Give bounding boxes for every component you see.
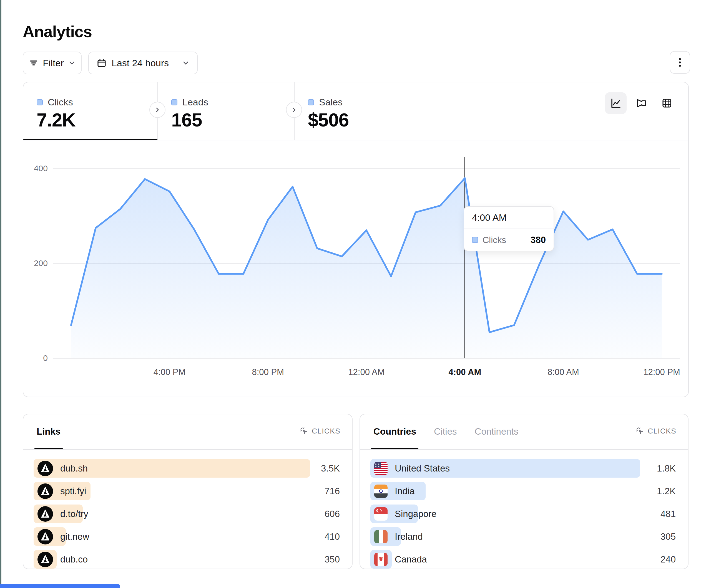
- tab-links[interactable]: Links: [37, 414, 61, 449]
- dub-logo-icon: [38, 483, 53, 499]
- chevron-right-icon: [154, 107, 160, 113]
- y-tick-label: 400: [28, 164, 48, 173]
- table-row[interactable]: Canada240: [370, 550, 677, 569]
- row-label: Ireland: [374, 527, 423, 546]
- funnel-icon: [635, 97, 648, 110]
- flag-in-icon: [374, 484, 388, 498]
- table-grid-icon: [661, 97, 673, 110]
- dub-logo-icon: [38, 506, 53, 522]
- tab-countries[interactable]: Countries: [373, 414, 416, 449]
- row-value: 350: [325, 550, 340, 569]
- line-chart-view-button[interactable]: [605, 92, 627, 114]
- countries-metric-header: CLICKS: [648, 427, 676, 435]
- tab-sales[interactable]: Sales $506: [295, 82, 439, 140]
- metric-value: 165: [171, 109, 202, 131]
- links-rows: dub.sh3.5Kspti.fyi716d.to/try606git.new4…: [23, 450, 352, 569]
- row-value: 305: [661, 527, 676, 546]
- metric-label: Clicks: [48, 97, 73, 108]
- row-label: d.to/try: [38, 504, 88, 523]
- row-value: 3.5K: [321, 459, 340, 478]
- analytics-page: Analytics Filter Last 24 hours: [0, 0, 711, 588]
- flag-sg-icon: [374, 507, 388, 521]
- bottom-edge-bar: [0, 584, 120, 588]
- x-tick-label: 4:00 AM: [443, 367, 487, 377]
- row-value: 1.2K: [657, 482, 676, 500]
- sales-legend-swatch: [308, 99, 314, 106]
- table-row[interactable]: dub.co350: [34, 550, 341, 569]
- flag-us-icon: [374, 462, 388, 475]
- active-tab-underline: [23, 139, 157, 140]
- tooltip-legend-swatch: [472, 237, 478, 243]
- table-row[interactable]: United States1.8K: [370, 459, 677, 478]
- more-options-button[interactable]: [670, 51, 690, 74]
- links-panel-header: Links CLICKS: [23, 414, 352, 450]
- filter-label: Filter: [43, 58, 64, 68]
- tab-leads[interactable]: Leads 165: [158, 82, 294, 140]
- filter-icon: [29, 58, 38, 68]
- flag-ie-icon: [374, 530, 388, 543]
- row-label: United States: [374, 459, 450, 478]
- row-label: dub.co: [38, 550, 88, 569]
- countries-metric-selector[interactable]: CLICKS: [635, 427, 676, 435]
- row-label: India: [374, 482, 415, 500]
- tooltip-series-label: Clicks: [482, 235, 506, 245]
- tooltip-value: 380: [531, 235, 546, 245]
- dub-logo-icon: [38, 552, 53, 567]
- expand-leads-button[interactable]: [286, 102, 302, 118]
- cursor-click-icon: [300, 427, 308, 435]
- row-value: 481: [661, 504, 676, 523]
- row-value: 240: [661, 550, 676, 569]
- chevron-right-icon: [291, 107, 297, 113]
- table-row[interactable]: dub.sh3.5K: [34, 459, 341, 478]
- table-row[interactable]: d.to/try606: [34, 504, 341, 523]
- links-metric-header: CLICKS: [312, 427, 340, 435]
- y-tick-label: 200: [28, 258, 48, 268]
- filter-button[interactable]: Filter: [23, 51, 82, 74]
- clicks-chart[interactable]: 4:00 PM8:00 PM12:00 AM4:00 AM8:00 AM12:0…: [53, 155, 680, 382]
- row-label: spti.fyi: [38, 482, 86, 500]
- table-row[interactable]: India1.2K: [370, 482, 677, 500]
- row-label: dub.sh: [38, 459, 88, 478]
- tab-continents[interactable]: Continents: [475, 414, 519, 449]
- table-row[interactable]: Singapore481: [370, 504, 677, 523]
- table-view-button[interactable]: [656, 92, 678, 114]
- countries-panel-header: Countries Cities Continents CLICKS: [360, 414, 688, 450]
- x-tick-label: 8:00 AM: [541, 367, 585, 377]
- analytics-card: Clicks 7.2K Leads 165 Sales $506: [23, 82, 689, 397]
- tab-cities[interactable]: Cities: [434, 414, 457, 449]
- date-range-button[interactable]: Last 24 hours: [88, 51, 198, 74]
- table-row[interactable]: Ireland305: [370, 527, 677, 546]
- metric-label: Sales: [319, 97, 343, 108]
- chevron-down-icon: [182, 59, 189, 67]
- y-tick-label: 0: [28, 353, 48, 363]
- metric-value: $506: [308, 109, 349, 131]
- row-value: 606: [325, 504, 340, 523]
- row-label: Singapore: [374, 504, 436, 523]
- table-row[interactable]: git.new410: [34, 527, 341, 546]
- calendar-icon: [96, 58, 107, 68]
- x-tick-label: 4:00 PM: [147, 367, 192, 377]
- table-row[interactable]: spti.fyi716: [34, 482, 341, 500]
- funnel-view-button[interactable]: [630, 92, 652, 114]
- countries-panel: Countries Cities Continents CLICKS Unite…: [360, 414, 689, 569]
- area-fill: [71, 178, 662, 358]
- countries-rows: United States1.8KIndia1.2KSingapore481Ir…: [360, 450, 688, 569]
- window-edge-strip: [0, 0, 1, 588]
- kebab-icon: [674, 56, 686, 68]
- links-metric-selector[interactable]: CLICKS: [300, 427, 340, 435]
- leads-legend-swatch: [171, 99, 177, 106]
- x-tick-label: 12:00 AM: [344, 367, 389, 377]
- expand-clicks-button[interactable]: [149, 102, 166, 118]
- tooltip-time: 4:00 AM: [464, 207, 554, 229]
- x-tick-label: 8:00 PM: [246, 367, 290, 377]
- chevron-down-icon: [68, 59, 76, 67]
- flag-ca-icon: [374, 553, 388, 566]
- date-range-label: Last 24 hours: [112, 58, 169, 68]
- page-title: Analytics: [23, 22, 92, 41]
- row-value: 716: [325, 482, 340, 500]
- metric-tabs-row: Clicks 7.2K Leads 165 Sales $506: [23, 82, 688, 141]
- metric-label: Leads: [182, 97, 208, 108]
- area-chart-canvas: [53, 155, 680, 360]
- row-label: git.new: [38, 527, 89, 546]
- tab-clicks[interactable]: Clicks 7.2K: [23, 82, 157, 140]
